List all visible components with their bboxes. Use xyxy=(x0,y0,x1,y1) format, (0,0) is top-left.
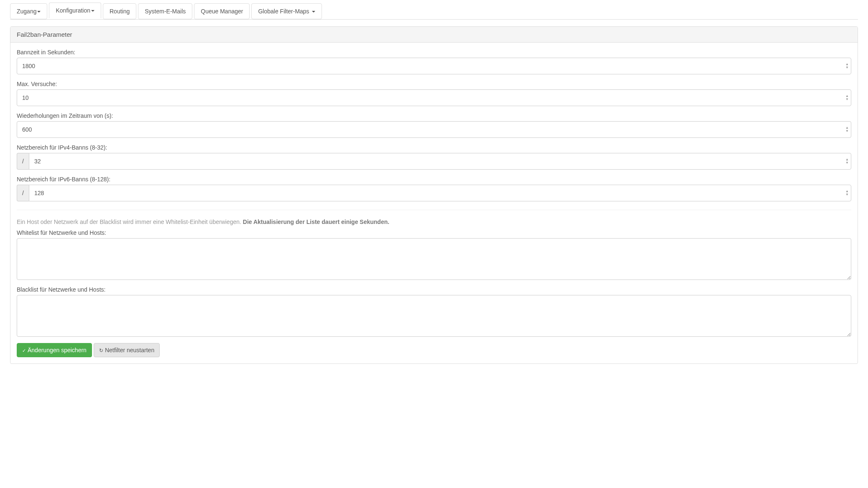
restart-button-label: Netfilter neustarten xyxy=(105,347,154,353)
refresh-icon xyxy=(99,347,105,353)
caret-down-icon xyxy=(37,11,41,13)
retry-window-input[interactable] xyxy=(17,121,851,138)
hint-text-normal: Ein Host oder Netzwerk auf der Blacklist… xyxy=(17,219,243,225)
max-attempts-input[interactable] xyxy=(17,89,851,106)
blacklist-textarea[interactable] xyxy=(17,295,851,337)
divider xyxy=(17,210,851,210)
ipv4-label: Netzbereich für IPv4-Banns (8-32): xyxy=(17,144,851,151)
check-icon xyxy=(22,347,28,353)
whitelist-textarea[interactable] xyxy=(17,238,851,280)
save-button[interactable]: Änderungen speichern xyxy=(17,343,92,357)
caret-down-icon xyxy=(91,10,94,12)
retry-window-label: Wiederholungen im Zeitraum von (s): xyxy=(17,112,851,119)
ban-time-label: Bannzeit in Sekunden: xyxy=(17,49,851,56)
hint-text: Ein Host oder Netzwerk auf der Blacklist… xyxy=(17,219,851,225)
tab-queue-manager[interactable]: Queue Manager xyxy=(194,3,250,19)
tab-label: Globale Filter-Maps xyxy=(258,8,309,15)
ipv6-label: Netzbereich für IPv6-Banns (8-128): xyxy=(17,176,851,183)
tab-system-emails[interactable]: System-E-Mails xyxy=(138,3,192,19)
tab-globale-filter-maps[interactable]: Globale Filter-Maps xyxy=(251,3,322,19)
save-button-label: Änderungen speichern xyxy=(28,347,87,353)
whitelist-label: Whitelist für Netzwerke und Hosts: xyxy=(17,229,851,236)
max-attempts-label: Max. Versuche: xyxy=(17,81,851,87)
blacklist-label: Blacklist für Netzwerke und Hosts: xyxy=(17,286,851,293)
tab-label: Zugang xyxy=(17,8,36,15)
caret-down-icon xyxy=(312,11,315,13)
hint-text-bold: Die Aktualisierung der Liste dauert eini… xyxy=(243,219,389,225)
tab-label: Konfiguration xyxy=(56,7,90,14)
ipv4-prefix: / xyxy=(17,153,29,170)
ipv6-input[interactable] xyxy=(29,185,851,201)
nav-tabs: Zugang Konfiguration Routing System-E-Ma… xyxy=(10,3,858,20)
tab-konfiguration[interactable]: Konfiguration xyxy=(49,3,101,18)
restart-netfilter-button[interactable]: Netfilter neustarten xyxy=(94,343,160,357)
ban-time-input[interactable] xyxy=(17,58,851,74)
fail2ban-panel: Fail2ban-Parameter Bannzeit in Sekunden:… xyxy=(10,26,858,364)
ipv6-prefix: / xyxy=(17,185,29,201)
tab-zugang[interactable]: Zugang xyxy=(10,3,47,19)
tab-routing[interactable]: Routing xyxy=(103,3,136,19)
panel-title: Fail2ban-Parameter xyxy=(10,27,858,43)
ipv4-input[interactable] xyxy=(29,153,851,170)
